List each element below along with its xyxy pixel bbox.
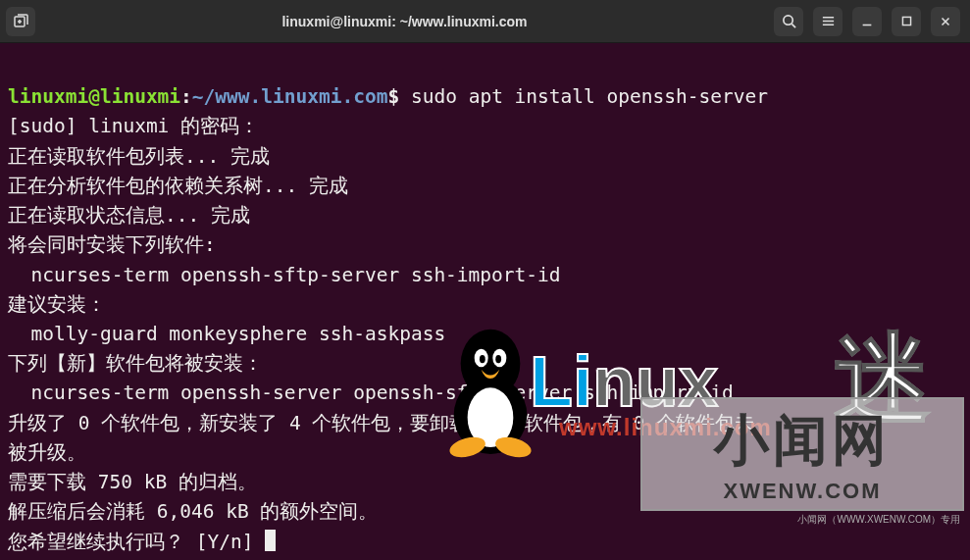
titlebar-right (774, 7, 960, 36)
command-text: sudo apt install openssh-server (411, 85, 768, 108)
menu-button[interactable] (813, 7, 842, 36)
prompt-path: ~/www.linuxmi.com (192, 85, 388, 108)
close-icon (939, 15, 952, 28)
close-button[interactable] (931, 7, 960, 36)
minimize-icon (860, 15, 874, 28)
output-prompt-line: 您希望继续执行吗？ [Y/n] (8, 531, 276, 553)
window-title: linuxmi@linuxmi: ~/www.linuxmi.com (43, 14, 766, 29)
new-tab-button[interactable] (6, 7, 35, 36)
output-line: 下列【新】软件包将被安装： (8, 352, 263, 375)
titlebar-left (6, 7, 35, 36)
output-line: 正在读取状态信息... 完成 (8, 204, 250, 227)
output-line: 需要下载 750 kB 的归档。 (8, 471, 257, 493)
search-icon (782, 14, 796, 28)
window-titlebar: linuxmi@linuxmi: ~/www.linuxmi.com (0, 0, 970, 43)
svg-rect-2 (902, 17, 910, 25)
hamburger-icon (821, 14, 836, 28)
output-line: 正在读取软件包列表... 完成 (8, 145, 270, 168)
output-line: 被升级。 (8, 441, 86, 464)
terminal-cursor (265, 530, 276, 551)
search-button[interactable] (774, 7, 803, 36)
maximize-button[interactable] (892, 7, 921, 36)
output-line: 将会同时安装下列软件: (8, 233, 216, 256)
prompt-separator: : (180, 85, 192, 108)
output-line: 解压缩后会消耗 6,046 kB 的额外空间。 (8, 500, 378, 523)
output-line: 升级了 0 个软件包，新安装了 4 个软件包，要卸载 0 个软件包，有 0 个软… (8, 412, 754, 434)
output-line: ncurses-term openssh-server openssh-sftp… (8, 382, 734, 404)
new-tab-icon (13, 14, 28, 29)
minimize-button[interactable] (852, 7, 882, 36)
continue-prompt: 您希望继续执行吗？ [Y/n] (8, 531, 265, 553)
output-line: molly-guard monkeysphere ssh-askpass (8, 323, 445, 345)
prompt-symbol: $ (387, 85, 399, 108)
output-line: 建议安装： (8, 293, 106, 316)
terminal-area[interactable]: linuxmi@linuxmi:~/www.linuxmi.com$ sudo … (0, 43, 970, 560)
prompt-user-host: linuxmi@linuxmi (8, 85, 180, 108)
svg-point-1 (783, 16, 791, 25)
output-line: 正在分析软件包的依赖关系树... 完成 (8, 175, 348, 197)
output-line: ncurses-term openssh-sftp-server ssh-imp… (8, 264, 561, 286)
maximize-icon (900, 15, 913, 27)
output-line: [sudo] linuxmi 的密码： (8, 115, 259, 137)
prompt-line: linuxmi@linuxmi:~/www.linuxmi.com$ sudo … (8, 85, 768, 108)
